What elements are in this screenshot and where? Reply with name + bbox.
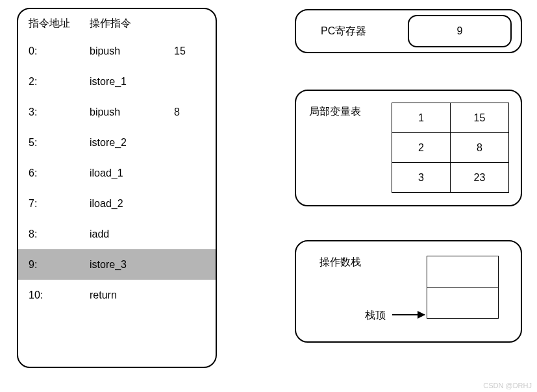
local-variable-table: 1 15 2 8 3 23 — [392, 103, 509, 193]
operand-stack-table — [427, 256, 499, 319]
local-variable-table-panel: 局部变量表 1 15 2 8 3 23 — [295, 90, 522, 206]
instruction-row-highlighted: 9: istore_3 — [18, 249, 216, 280]
lvt-value: 23 — [451, 163, 509, 193]
operand-stack-label: 操作数栈 — [319, 256, 361, 269]
instr-op: iload_1 — [90, 167, 174, 179]
instr-op: return — [90, 289, 174, 301]
operand-stack-panel: 操作数栈 栈顶 — [295, 240, 522, 343]
stack-top-label: 栈顶 — [365, 309, 386, 323]
instruction-row: 6: iload_1 — [18, 158, 216, 188]
lvt-value: 8 — [451, 133, 509, 163]
instr-addr: 10: — [29, 289, 90, 301]
pc-register-value: 9 — [457, 25, 463, 37]
instruction-header: 指令地址 操作指令 — [18, 17, 216, 36]
pc-register-panel: PC寄存器 9 — [295, 9, 522, 53]
instr-op: iadd — [90, 228, 174, 240]
table-row: 2 8 — [392, 133, 509, 163]
pc-register-label: PC寄存器 — [321, 25, 408, 38]
lvt-value: 15 — [451, 103, 509, 133]
stack-cell — [427, 256, 499, 288]
table-row: 3 23 — [392, 163, 509, 193]
local-variable-table-label: 局部变量表 — [309, 103, 392, 119]
table-row: 1 15 — [392, 103, 509, 133]
table-row — [427, 288, 499, 319]
instr-addr: 3: — [29, 106, 90, 118]
instr-addr: 8: — [29, 228, 90, 240]
instruction-row: 8: iadd — [18, 219, 216, 249]
instruction-row: 7: iload_2 — [18, 188, 216, 219]
pc-register-value-box: 9 — [408, 15, 512, 47]
stack-cell — [427, 288, 499, 319]
instruction-panel: 指令地址 操作指令 0: bipush 15 2: istore_1 3: bi… — [17, 8, 217, 368]
instr-op: istore_1 — [90, 76, 174, 88]
header-address: 指令地址 — [29, 17, 90, 31]
instruction-row: 2: istore_1 — [18, 66, 216, 97]
instr-op: istore_3 — [90, 259, 174, 271]
instr-op: istore_2 — [90, 137, 174, 149]
table-row — [427, 256, 499, 288]
lvt-index: 3 — [392, 163, 451, 193]
watermark: CSDN @DRHJ — [483, 382, 532, 389]
instr-addr: 5: — [29, 137, 90, 149]
instr-arg: 15 — [174, 45, 206, 57]
instruction-row: 5: istore_2 — [18, 127, 216, 158]
instr-op: bipush — [90, 45, 174, 57]
instr-op: bipush — [90, 106, 174, 118]
header-operation: 操作指令 — [90, 17, 174, 31]
instr-addr: 2: — [29, 76, 90, 88]
lvt-index: 2 — [392, 133, 451, 163]
instr-op: iload_2 — [90, 198, 174, 210]
instr-addr: 7: — [29, 198, 90, 210]
instr-addr: 9: — [29, 259, 90, 271]
instr-addr: 6: — [29, 167, 90, 179]
arrow-icon — [392, 314, 425, 315]
instruction-row: 0: bipush 15 — [18, 36, 216, 66]
instr-arg: 8 — [174, 106, 206, 118]
instruction-row: 3: bipush 8 — [18, 97, 216, 127]
lvt-index: 1 — [392, 103, 451, 133]
instruction-row: 10: return — [18, 280, 216, 310]
instr-addr: 0: — [29, 45, 90, 57]
